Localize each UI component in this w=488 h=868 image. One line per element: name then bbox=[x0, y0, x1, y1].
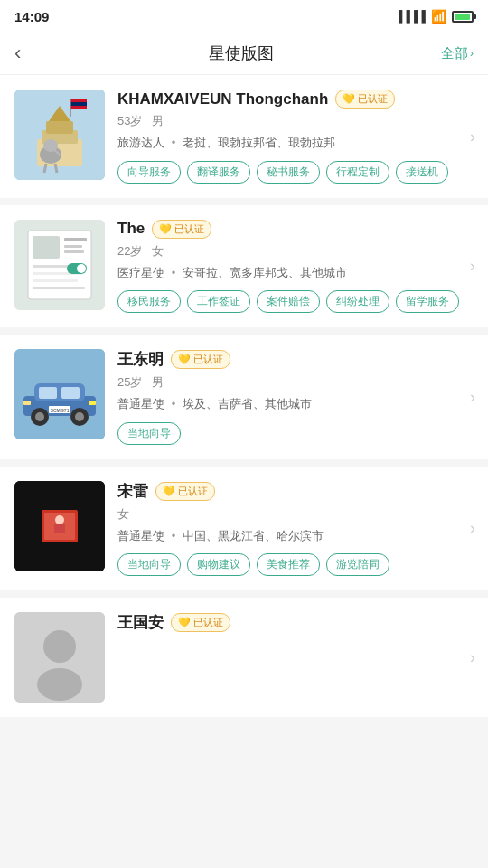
tag: 案件赔偿 bbox=[257, 290, 320, 313]
verified-badge: 💛 已认证 bbox=[171, 613, 230, 632]
user-name: 宋雷 bbox=[117, 481, 148, 502]
user-info: 女 bbox=[117, 506, 474, 523]
back-button[interactable]: ‹ bbox=[14, 42, 42, 65]
tag: 移民服务 bbox=[117, 290, 181, 313]
verified-icon: 💛 bbox=[159, 223, 172, 235]
list-item[interactable]: KHAMXAIVEUN Thongchanh 💛 已认证 53岁 男 旅游达人 … bbox=[0, 75, 488, 198]
verified-label: 已认证 bbox=[174, 222, 204, 236]
card-content: The 💛 已认证 22岁 女 医疗星使 • 安哥拉、宽多库邦戈、其他城市 移民… bbox=[117, 220, 474, 314]
avatar bbox=[14, 612, 105, 703]
svg-rect-17 bbox=[64, 238, 87, 241]
svg-rect-5 bbox=[70, 99, 87, 102]
tag: 购物建议 bbox=[187, 553, 250, 576]
status-bar: 14:09 ▐▐▐▐ 📶 bbox=[0, 0, 488, 33]
verified-label: 已认证 bbox=[193, 616, 223, 629]
chevron-right-icon: › bbox=[470, 387, 475, 406]
user-name: 王东明 bbox=[117, 349, 164, 370]
user-name: The bbox=[117, 220, 145, 238]
svg-rect-3 bbox=[46, 121, 73, 134]
tag: 当地向导 bbox=[117, 553, 181, 576]
svg-rect-29 bbox=[39, 387, 57, 399]
svg-rect-6 bbox=[70, 102, 87, 106]
svg-rect-7 bbox=[70, 106, 87, 109]
tag: 工作签证 bbox=[187, 290, 250, 313]
svg-rect-23 bbox=[33, 287, 85, 289]
chevron-right-icon: › bbox=[470, 47, 474, 60]
verified-icon: 💛 bbox=[343, 93, 355, 105]
svg-point-45 bbox=[43, 630, 76, 663]
svg-rect-30 bbox=[61, 387, 80, 399]
tag: 翻译服务 bbox=[187, 161, 250, 184]
user-name: 王国安 bbox=[117, 612, 164, 633]
signal-icon: ▐▐▐▐ bbox=[395, 10, 426, 23]
tag: 秘书服务 bbox=[257, 161, 320, 184]
status-icons: ▐▐▐▐ 📶 bbox=[395, 9, 474, 24]
verified-badge: 💛 已认证 bbox=[335, 90, 395, 108]
verified-label: 已认证 bbox=[178, 485, 208, 498]
card-content: 王东明 💛 已认证 25岁 男 普通星使 • 埃及、吉萨省、其他城市 当地向导 bbox=[117, 349, 474, 445]
user-name: KHAMXAIVEUN Thongchanh bbox=[117, 90, 328, 108]
card-content: 宋雷 💛 已认证 女 普通星使 • 中国、黑龙江省、哈尔滨市 当地向导 购物建议… bbox=[117, 481, 474, 577]
tag: 美食推荐 bbox=[257, 553, 320, 576]
svg-text:SCM 971: SCM 971 bbox=[51, 408, 70, 413]
svg-line-11 bbox=[44, 164, 46, 173]
tag: 游览陪同 bbox=[326, 553, 389, 576]
svg-point-25 bbox=[77, 264, 86, 273]
card-list: KHAMXAIVEUN Thongchanh 💛 已认证 53岁 男 旅游达人 … bbox=[0, 75, 488, 717]
svg-point-10 bbox=[43, 139, 58, 152]
verified-badge: 💛 已认证 bbox=[152, 220, 211, 239]
wifi-icon: 📶 bbox=[431, 9, 446, 24]
svg-rect-18 bbox=[64, 245, 82, 248]
page-title: 星使版图 bbox=[209, 42, 274, 64]
user-info: 25岁 男 bbox=[117, 374, 474, 391]
tag: 行程定制 bbox=[326, 161, 389, 184]
name-row: 王国安 💛 已认证 bbox=[117, 612, 474, 633]
chevron-right-icon: › bbox=[470, 648, 475, 667]
svg-rect-35 bbox=[23, 401, 31, 405]
status-time: 14:09 bbox=[14, 9, 49, 24]
verified-label: 已认证 bbox=[193, 353, 223, 366]
list-item[interactable]: 宋雷 💛 已认证 女 普通星使 • 中国、黑龙江省、哈尔滨市 当地向导 购物建议… bbox=[0, 467, 488, 591]
avatar bbox=[14, 220, 105, 310]
svg-rect-16 bbox=[33, 236, 60, 259]
user-desc: 普通星使 • 埃及、吉萨省、其他城市 bbox=[117, 395, 474, 413]
verified-label: 已认证 bbox=[358, 92, 388, 106]
name-row: 宋雷 💛 已认证 bbox=[117, 481, 474, 502]
verified-icon: 💛 bbox=[178, 354, 191, 365]
svg-line-12 bbox=[55, 164, 57, 173]
battery-icon bbox=[452, 11, 474, 23]
verified-icon: 💛 bbox=[163, 486, 175, 497]
card-content: KHAMXAIVEUN Thongchanh 💛 已认证 53岁 男 旅游达人 … bbox=[117, 90, 474, 184]
verified-badge: 💛 已认证 bbox=[155, 482, 215, 501]
avatar bbox=[14, 90, 105, 180]
verified-icon: 💛 bbox=[178, 617, 191, 628]
user-info: 22岁 女 bbox=[117, 243, 474, 259]
svg-rect-36 bbox=[89, 401, 96, 405]
header-right-label: 全部 bbox=[441, 45, 468, 62]
list-item[interactable]: 王国安 💛 已认证 › bbox=[0, 598, 488, 717]
user-desc: 医疗星使 • 安哥拉、宽多库邦戈、其他城市 bbox=[117, 264, 474, 282]
name-row: The 💛 已认证 bbox=[117, 220, 474, 239]
user-info: 53岁 男 bbox=[117, 113, 474, 129]
card-content: 王国安 💛 已认证 bbox=[117, 612, 474, 703]
svg-point-32 bbox=[35, 412, 44, 421]
list-item[interactable]: SCM 971 王东明 💛 已认证 25岁 男 普通星使 • 埃及、吉萨省、其他… bbox=[0, 335, 488, 459]
svg-rect-19 bbox=[64, 250, 84, 253]
svg-point-46 bbox=[37, 668, 82, 701]
chevron-right-icon: › bbox=[470, 257, 475, 276]
header-right-button[interactable]: 全部 › bbox=[441, 45, 474, 62]
svg-point-42 bbox=[55, 515, 64, 524]
tag-list: 当地向导 购物建议 美食推荐 游览陪同 bbox=[117, 553, 474, 576]
list-item[interactable]: The 💛 已认证 22岁 女 医疗星使 • 安哥拉、宽多库邦戈、其他城市 移民… bbox=[0, 205, 488, 328]
tag: 向导服务 bbox=[117, 161, 181, 184]
verified-badge: 💛 已认证 bbox=[171, 350, 230, 369]
tag-list: 向导服务 翻译服务 秘书服务 行程定制 接送机 bbox=[117, 161, 474, 184]
svg-rect-22 bbox=[33, 279, 78, 282]
name-row: 王东明 💛 已认证 bbox=[117, 349, 474, 370]
user-desc: 普通星使 • 中国、黑龙江省、哈尔滨市 bbox=[117, 527, 474, 545]
tag: 留学服务 bbox=[396, 290, 459, 313]
chevron-right-icon: › bbox=[470, 127, 475, 146]
svg-rect-43 bbox=[54, 524, 65, 533]
svg-point-34 bbox=[75, 412, 84, 421]
tag-list: 当地向导 bbox=[117, 422, 474, 445]
